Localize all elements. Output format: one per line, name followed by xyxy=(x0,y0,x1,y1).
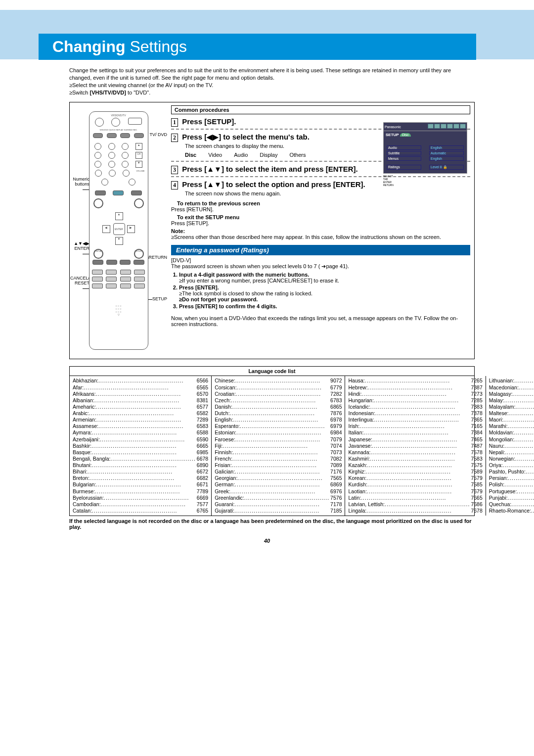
language-row: Frisian:7089 xyxy=(215,462,342,469)
tab-others: Others xyxy=(289,152,306,158)
language-row: Japanese:7465 xyxy=(348,436,482,443)
osd-k-ratings: Ratings xyxy=(387,165,421,170)
intro-p1: Change the settings to suit your prefere… xyxy=(69,67,451,81)
language-row: Greek:6976 xyxy=(215,488,342,495)
language-row: Catalan:6765 xyxy=(73,508,208,514)
step-4-num: 4 xyxy=(171,181,178,189)
step-1-text: Press [SETUP]. xyxy=(182,117,236,126)
language-row: Korean:7579 xyxy=(348,475,482,481)
language-row: Gujarati:7185 xyxy=(215,508,342,514)
step-1-num: 1 xyxy=(171,118,178,127)
language-row: Afar:6565 xyxy=(73,384,208,391)
return-heading: To return to the previous screen xyxy=(177,200,470,206)
note-body: ≥Screens other than those described here… xyxy=(171,234,470,240)
language-row: Hausa:7265 xyxy=(348,378,482,384)
language-list-header: Language code list xyxy=(70,367,474,376)
label-setup: SETUP xyxy=(145,296,167,301)
language-row: Kirghiz:7589 xyxy=(348,469,482,475)
language-row: Interlingua:7365 xyxy=(348,417,482,423)
language-row: Kashmiri:7583 xyxy=(348,456,482,462)
language-row: Persian:7065 xyxy=(489,475,534,481)
common-procedures-header: Common procedures xyxy=(171,105,470,114)
osd-v-ratings: Level 8 🔒 xyxy=(429,165,464,170)
language-row: Bhutani:6890 xyxy=(73,462,208,469)
language-row: Arabic:6582 xyxy=(73,410,208,417)
language-row: Irish:7165 xyxy=(348,423,482,429)
language-row: Javanese:7487 xyxy=(348,443,482,449)
language-row: Czech:6783 xyxy=(215,397,342,404)
intro-b1: ≥Select the unit viewing channel (or the… xyxy=(69,82,213,88)
tab-audio: Audio xyxy=(234,152,248,158)
language-row: Azerbaijani:6590 xyxy=(73,436,208,443)
osd-v-audio: English xyxy=(429,145,464,150)
language-row: Moldavian:7779 xyxy=(489,429,534,436)
language-row: Croatian:7282 xyxy=(215,391,342,397)
language-row: German:6869 xyxy=(215,481,342,488)
language-row: Corsican:6779 xyxy=(215,384,342,391)
remote-column: VHS/ TV/ DVD Numeric buttons ▲▼◀▶ ENTER … xyxy=(70,102,167,359)
pwd-p1: The password screen is shown when you se… xyxy=(171,263,349,269)
language-row: Nauru:7865 xyxy=(489,443,534,449)
pwd-tag: [DVD-V] xyxy=(171,257,191,263)
language-row: Fiji:7074 xyxy=(215,443,342,449)
return-body: Press [RETURN]. xyxy=(171,206,470,212)
language-row: Kurdish:7585 xyxy=(348,481,482,488)
step-4-sub: The screen now shows the menu again. xyxy=(185,190,470,196)
label-cancel-reset: CANCEL/ RESET xyxy=(70,276,89,290)
language-row: Rhaeto-Romance:8277 xyxy=(489,508,534,514)
language-row: Finnish:7073 xyxy=(215,449,342,456)
language-row: Burmese:7789 xyxy=(73,488,208,495)
step-4-text: Press [▲▼] to select the option and pres… xyxy=(182,180,365,189)
step-2-num: 2 xyxy=(171,134,178,142)
language-row: Pashto, Pushto:8083 xyxy=(489,469,534,475)
step-3-num: 3 xyxy=(171,166,178,174)
language-row: Maori:7773 xyxy=(489,417,534,423)
language-row: English:6978 xyxy=(215,417,342,423)
language-row: Nepali:7869 xyxy=(489,449,534,456)
language-row: Icelandic:7383 xyxy=(348,404,482,410)
page-title: Changing Settings xyxy=(39,34,476,60)
language-row: Guarani:7178 xyxy=(215,501,342,508)
label-enter: ▲▼◀▶ ENTER xyxy=(70,241,89,256)
language-row: Macedonian:7775 xyxy=(489,384,534,391)
language-row: Malagasy:7771 xyxy=(489,391,534,397)
language-column: Chinese:9072Corsican:6779Croatian:7282Cz… xyxy=(212,376,345,516)
pwd-after: Now, when you insert a DVD-Video that ex… xyxy=(171,315,470,327)
language-column: Hausa:7265Hebrew:7387Hindi:7273Hungarian… xyxy=(345,376,486,516)
intro-b2a: ≥Switch xyxy=(69,90,90,95)
tab-disc: Disc xyxy=(185,152,196,158)
language-row: Portuguese:8084 xyxy=(489,488,534,495)
language-row: French:7082 xyxy=(215,456,342,462)
language-row: Malay:7783 xyxy=(489,397,534,404)
osd-k-menus: Menus xyxy=(387,156,421,161)
tab-display: Display xyxy=(260,152,277,158)
tab-video: Video xyxy=(208,152,222,158)
page-number: 40 xyxy=(0,538,534,544)
language-row: Byelorussian:6669 xyxy=(73,495,208,501)
language-row: Maltese:7784 xyxy=(489,410,534,417)
language-row: Norwegian:7879 xyxy=(489,456,534,462)
language-row: Lingala:7678 xyxy=(348,508,482,514)
language-row: Kannada:7578 xyxy=(348,449,482,456)
osd-k-audio: Audio xyxy=(387,145,421,150)
language-row: Basque:6985 xyxy=(73,449,208,456)
language-row: Afrikaans:6570 xyxy=(73,391,208,397)
osd-hint-icon: SELECT TAB ENTER RETURN xyxy=(383,175,397,187)
step-3-text: Press [▲▼] to select the item and press … xyxy=(182,165,358,173)
language-row: Aymara:6588 xyxy=(73,429,208,436)
language-row: Marathi:7782 xyxy=(489,423,534,429)
language-row: Galician:7176 xyxy=(215,469,342,475)
language-row: Dutch:7876 xyxy=(215,410,342,417)
procedures-column: Common procedures 1 Press [SETUP]. 2 Pre… xyxy=(167,102,474,359)
language-row: Abkhazian:6566 xyxy=(73,378,208,384)
language-row: Latvian, Lettish:7686 xyxy=(348,501,482,508)
password-body: [DVD-V] The password screen is shown whe… xyxy=(171,255,470,329)
osd-v-menus: English xyxy=(429,156,464,161)
step-2-text: Press [◀▶] to select the menu's tab. xyxy=(182,133,310,141)
language-row: Hindi:7273 xyxy=(348,391,482,397)
intro-b2c: to "DVD". xyxy=(126,90,150,95)
language-row: Mongolian:7778 xyxy=(489,436,534,443)
language-row: Lithuanian:7684 xyxy=(489,378,534,384)
language-row: Malayalam:7776 xyxy=(489,404,534,410)
osd-setup-label: SETUP xyxy=(386,133,399,137)
